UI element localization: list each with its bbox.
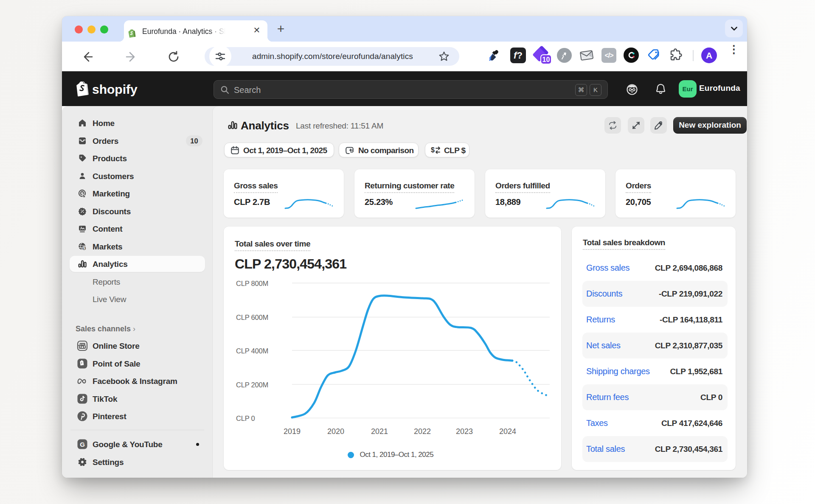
- svg-text:2023: 2023: [456, 427, 473, 436]
- svg-text:CLP 0: CLP 0: [236, 414, 255, 422]
- svg-text:G: G: [80, 441, 85, 448]
- svg-text:CLP 600M: CLP 600M: [236, 314, 268, 321]
- svg-text:2022: 2022: [414, 427, 431, 436]
- svg-text:2024: 2024: [499, 427, 516, 436]
- svg-text:CLP 400M: CLP 400M: [236, 347, 268, 355]
- svg-text:$: $: [431, 146, 435, 154]
- svg-text:2019: 2019: [284, 427, 301, 436]
- svg-text:2021: 2021: [371, 427, 388, 436]
- svg-text:$: $: [83, 246, 85, 250]
- svg-text:CLP 200M: CLP 200M: [236, 381, 268, 389]
- svg-text:CLP 800M: CLP 800M: [236, 280, 268, 287]
- svg-text:2020: 2020: [327, 427, 344, 436]
